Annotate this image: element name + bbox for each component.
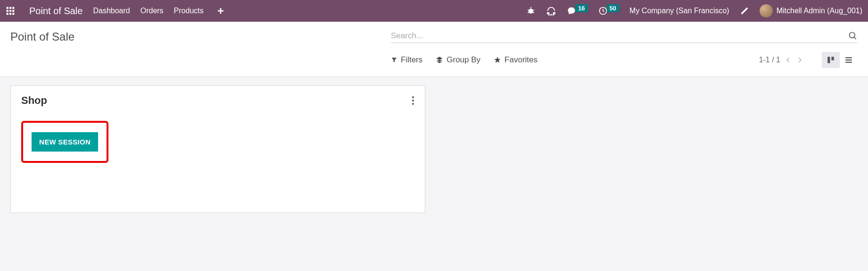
filters-button[interactable]: Filters <box>391 55 422 65</box>
activities-icon[interactable]: 50 <box>598 6 619 16</box>
add-menu-icon[interactable] <box>217 7 224 15</box>
favorites-label: Favorites <box>504 55 537 65</box>
svg-rect-0 <box>7 7 8 9</box>
svg-point-32 <box>412 103 414 105</box>
svg-rect-3 <box>7 10 8 12</box>
svg-point-20 <box>551 14 552 15</box>
pos-card: Shop NEW SESSION <box>10 85 425 213</box>
svg-point-19 <box>549 14 550 15</box>
svg-rect-10 <box>218 10 223 12</box>
svg-point-30 <box>412 96 414 98</box>
svg-rect-7 <box>9 13 11 15</box>
groupby-label: Group By <box>446 55 480 65</box>
card-menu-icon[interactable] <box>412 96 414 105</box>
groupby-button[interactable]: Group By <box>436 55 480 65</box>
company-switcher[interactable]: My Company (San Francisco) <box>629 7 729 15</box>
svg-line-24 <box>854 37 856 39</box>
control-panel-bottom: Filters Group By Favorites 1-1 / 1 <box>0 47 868 77</box>
svg-rect-17 <box>547 13 549 14</box>
activities-badge: 50 <box>607 4 619 12</box>
menu-orders[interactable]: Orders <box>141 7 164 15</box>
svg-rect-4 <box>9 10 11 12</box>
layers-icon <box>436 56 443 64</box>
search-input[interactable] <box>391 31 848 41</box>
user-name: Mitchell Admin (Aug_001) <box>777 7 862 15</box>
svg-rect-25 <box>827 57 830 63</box>
svg-rect-18 <box>554 13 555 14</box>
app-name[interactable]: Point of Sale <box>29 6 83 17</box>
avatar <box>760 4 773 17</box>
pager-value[interactable]: 1-1 / 1 <box>759 56 780 64</box>
apps-icon[interactable] <box>6 6 15 16</box>
svg-rect-8 <box>12 13 14 15</box>
support-icon[interactable] <box>546 6 556 16</box>
funnel-icon <box>391 57 397 63</box>
svg-point-21 <box>553 14 554 15</box>
favorites-button[interactable]: Favorites <box>494 55 537 65</box>
top-navbar: Point of Sale Dashboard Orders Products … <box>0 0 868 22</box>
new-session-button[interactable]: NEW SESSION <box>32 132 98 152</box>
svg-rect-28 <box>845 59 852 60</box>
messages-icon[interactable]: 16 <box>567 6 587 16</box>
menu-products[interactable]: Products <box>174 7 204 15</box>
content-area: Shop NEW SESSION <box>0 77 868 221</box>
svg-rect-6 <box>7 13 8 15</box>
svg-point-11 <box>529 9 533 14</box>
messages-badge: 16 <box>575 4 587 12</box>
pager-next[interactable] <box>796 57 803 63</box>
list-view-button[interactable] <box>840 52 858 68</box>
svg-point-31 <box>412 100 414 102</box>
svg-rect-26 <box>832 57 834 60</box>
search-icon[interactable] <box>848 31 858 41</box>
pager-prev[interactable] <box>785 57 792 63</box>
card-title: Shop <box>21 94 47 107</box>
filters-label: Filters <box>401 55 422 65</box>
svg-rect-5 <box>12 10 14 12</box>
svg-rect-2 <box>12 7 14 9</box>
kanban-icon <box>827 56 835 64</box>
settings-icon[interactable] <box>740 6 749 16</box>
list-icon <box>844 56 853 64</box>
svg-rect-29 <box>845 62 852 63</box>
menu-dashboard[interactable]: Dashboard <box>93 7 130 15</box>
pager: 1-1 / 1 <box>759 56 803 64</box>
user-menu[interactable]: Mitchell Admin (Aug_001) <box>760 4 862 17</box>
highlight-box: NEW SESSION <box>21 121 108 163</box>
svg-rect-27 <box>845 57 852 58</box>
page-title: Point of Sale <box>10 30 74 43</box>
search-wrap <box>391 31 858 43</box>
star-icon <box>494 56 501 64</box>
svg-rect-1 <box>9 7 11 9</box>
svg-point-23 <box>850 32 855 38</box>
bug-icon[interactable] <box>526 6 536 16</box>
kanban-view-button[interactable] <box>822 52 840 68</box>
control-panel-top: Point of Sale <box>0 22 868 47</box>
